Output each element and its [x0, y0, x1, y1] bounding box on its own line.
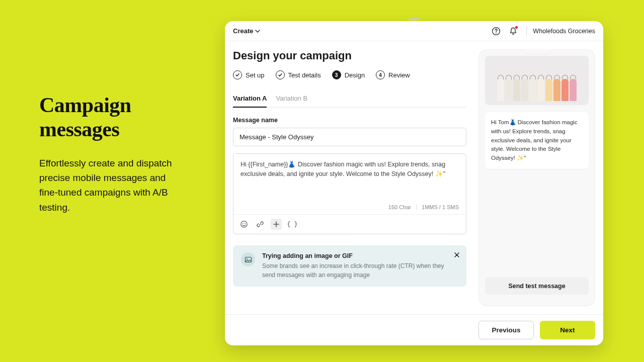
preview-shirt [561, 79, 569, 101]
svg-point-4 [245, 223, 246, 224]
link-icon [256, 220, 264, 228]
page-title: Design your campaign [233, 49, 466, 62]
preview-message: Hi Tom👗 Discover fashion magic with us! … [485, 112, 589, 169]
emoji-icon [240, 220, 248, 228]
close-icon [453, 251, 460, 258]
composer-meta: 150 Char 1MMS / 1 SMS [233, 204, 466, 214]
create-menu[interactable]: Create [233, 27, 260, 35]
step-test-details[interactable]: Test details [276, 70, 321, 79]
message-body-input[interactable]: Hi {{First_name}}👗 Discover fashion magi… [233, 154, 466, 204]
create-label: Create [233, 27, 253, 35]
phone-preview: Hi Tom👗 Discover fashion magic with us! … [478, 49, 595, 306]
image-icon [241, 252, 255, 266]
footer: Previous Next [225, 314, 603, 345]
sms-count: 1MMS / 1 SMS [422, 204, 459, 210]
notifications-button[interactable] [507, 25, 519, 37]
preview-shirt [521, 79, 528, 101]
emoji-button[interactable] [238, 219, 250, 230]
variation-tabs: Variation AVariation B [233, 92, 466, 108]
plus-icon [273, 221, 279, 227]
promo-description: Effortlessly create and dispatch precise… [39, 156, 180, 215]
svg-point-1 [496, 32, 497, 33]
preview-image [485, 56, 589, 105]
window-handle [409, 18, 419, 20]
tip-close-button[interactable] [453, 251, 460, 258]
tab-variation-b[interactable]: Variation B [276, 92, 307, 107]
step-set-up[interactable]: Set up [233, 70, 265, 79]
composer-toolbar: { } [233, 214, 466, 234]
topbar-divider [526, 27, 527, 36]
promo-title: Campaign messages [39, 93, 180, 142]
step-label: Test details [288, 71, 321, 79]
preview-shirt [545, 79, 552, 101]
svg-point-3 [243, 223, 244, 224]
org-name[interactable]: Wholefoods Groceries [533, 28, 595, 35]
svg-point-2 [241, 221, 247, 227]
step-label: Review [388, 71, 410, 79]
step-label: Set up [246, 71, 265, 79]
send-test-button[interactable]: Send test message [485, 278, 589, 295]
stepper: Set upTest details3Design4Review [233, 70, 466, 79]
step-number: 4 [376, 70, 385, 79]
tip-card: Trying adding an image or GIF Some brand… [233, 245, 466, 287]
next-button[interactable]: Next [540, 321, 595, 339]
tab-variation-a[interactable]: Variation A [233, 92, 267, 107]
preview-shirt [505, 79, 512, 101]
previous-button[interactable]: Previous [478, 321, 534, 339]
merge-tag-button[interactable]: { } [287, 219, 298, 230]
help-button[interactable] [490, 25, 502, 37]
check-icon [276, 70, 285, 79]
preview-shirt [553, 79, 560, 101]
preview-shirt [513, 79, 520, 101]
step-design[interactable]: 3Design [332, 70, 365, 79]
preview-shirt [537, 79, 544, 101]
phone-notch [522, 49, 552, 54]
svg-point-6 [247, 258, 248, 259]
preview-shirt [570, 79, 577, 101]
notification-dot [515, 26, 518, 29]
step-review[interactable]: 4Review [376, 70, 410, 79]
link-button[interactable] [255, 219, 266, 230]
tip-title: Trying adding an image or GIF [262, 252, 458, 259]
message-name-label: Message name [233, 117, 466, 124]
char-count: 150 Char [388, 204, 411, 210]
check-icon [233, 70, 242, 79]
main-content: Design your campaign Set upTest details3… [225, 41, 603, 314]
message-composer: Hi {{First_name}}👗 Discover fashion magi… [233, 153, 466, 234]
add-content-button[interactable] [271, 219, 282, 230]
topbar: Create Wholefoods Groceries [225, 21, 603, 41]
help-icon [492, 27, 501, 36]
message-name-input[interactable] [233, 128, 466, 146]
app-window: Create Wholefoods Groceries Design your … [225, 21, 603, 345]
preview-column: Hi Tom👗 Discover fashion magic with us! … [478, 49, 595, 306]
design-column: Design your campaign Set upTest details3… [233, 49, 466, 306]
preview-shirt [529, 79, 536, 101]
step-label: Design [345, 71, 365, 79]
tip-description: Some brands see an increase in click-thr… [262, 261, 458, 280]
promo-panel: Campaign messages Effortlessly create an… [39, 93, 180, 215]
preview-shirt [497, 79, 504, 101]
step-number: 3 [332, 70, 341, 79]
chevron-down-icon [255, 29, 260, 34]
braces-icon: { } [287, 221, 298, 228]
